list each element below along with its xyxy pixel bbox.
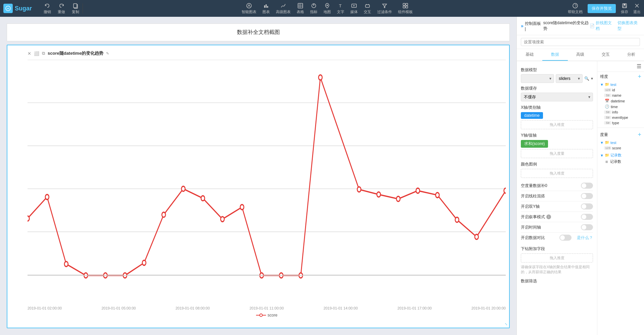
x-axis-chip[interactable]: datetime bbox=[521, 112, 543, 119]
dim-item-datetime[interactable]: 📅 datetime bbox=[604, 98, 641, 104]
measure-folder-test[interactable]: ▼ 📁 test bbox=[600, 140, 641, 145]
measure-item-score[interactable]: 123 score bbox=[604, 145, 641, 151]
dim-items: 123 id Str name 📅 datetime 🕐 bbox=[600, 87, 641, 126]
color-legend-label: 颜色图例 bbox=[521, 161, 593, 167]
app-logo: Sugar bbox=[3, 4, 37, 13]
line-chart-doc-link[interactable]: 📄 折线图文档 bbox=[590, 20, 614, 32]
toggle-story: 开启叙事模式 i bbox=[521, 212, 593, 222]
data-compare-switch[interactable] bbox=[559, 235, 572, 241]
x-axis-drop-zone[interactable]: 拖入维度 bbox=[521, 120, 593, 129]
svg-rect-7 bbox=[298, 3, 303, 8]
data-cache-select[interactable]: 不缓存 bbox=[521, 93, 593, 101]
tool-map-label: 地图 bbox=[324, 9, 331, 14]
tab-data[interactable]: 数据 bbox=[542, 49, 568, 61]
dim-item-name[interactable]: Str name bbox=[604, 93, 641, 98]
measure-item-records[interactable]: ⊞ 记录数 bbox=[604, 158, 641, 165]
measure-folder-records-icon: 📁 bbox=[605, 153, 609, 157]
tab-interact[interactable]: 交互 bbox=[593, 49, 618, 61]
data-model-label: 数据模型 bbox=[521, 67, 593, 73]
tool-text-label: 文字 bbox=[337, 9, 344, 14]
exit-button[interactable]: 退出 bbox=[633, 3, 641, 14]
data-compare-link[interactable]: 是什么？ bbox=[577, 235, 593, 241]
color-legend-section: 颜色图例 拖入维度 bbox=[521, 161, 593, 178]
toggle-story-switch[interactable] bbox=[581, 214, 593, 220]
chart-resize-handle[interactable]: ⤡ bbox=[505, 322, 507, 326]
dim-header: 维度 + bbox=[597, 72, 644, 82]
tab-advanced[interactable]: 高级 bbox=[568, 49, 593, 61]
redo-button[interactable]: 重做 bbox=[58, 3, 65, 14]
tab-analysis[interactable]: 分析 bbox=[618, 49, 644, 61]
copy-button[interactable]: 复制 bbox=[72, 3, 79, 14]
chart-dot bbox=[475, 234, 479, 239]
chart-close-icon[interactable]: ✕ bbox=[28, 51, 31, 56]
tool-interact[interactable]: 交互 bbox=[364, 3, 371, 14]
tool-smart-chart[interactable]: 智能图表 bbox=[242, 3, 256, 14]
chart-svg-wrap: 0 50 100 150 200 250 bbox=[28, 60, 506, 300]
toggle-fill-null-switch[interactable] bbox=[581, 183, 593, 189]
undo-button[interactable]: 撤销 bbox=[44, 3, 51, 14]
toggle-time-axis-switch[interactable] bbox=[581, 224, 593, 230]
y-axis-chip[interactable]: 求和(score) bbox=[521, 140, 548, 148]
toggle-time-axis: 开启时间轴 bbox=[521, 222, 593, 233]
tool-chart[interactable]: 图表 bbox=[262, 3, 270, 14]
dim-item-time-label: time bbox=[611, 105, 618, 109]
color-legend-drop-zone[interactable]: 拖入维度 bbox=[521, 169, 593, 178]
dim-add-btn[interactable]: + bbox=[638, 73, 641, 80]
tool-advanced-chart[interactable]: 高级图表 bbox=[276, 3, 291, 14]
exit-label: 退出 bbox=[633, 9, 641, 14]
measure-add-btn[interactable]: + bbox=[638, 131, 641, 138]
toggle-mixed-switch[interactable] bbox=[581, 193, 593, 199]
data-model-right-select-wrap: sliders bbox=[556, 74, 583, 83]
measure-item-records-label: 记录数 bbox=[610, 159, 621, 164]
toolbar-divider-1 bbox=[83, 3, 83, 13]
help-doc-button[interactable]: ? 帮助文档 bbox=[568, 3, 583, 14]
dim-item-type[interactable]: Str type bbox=[604, 120, 641, 126]
story-info-icon[interactable]: i bbox=[546, 214, 551, 219]
chart-copy-icon[interactable]: ⧉ bbox=[42, 51, 45, 56]
measure-header: 度量 + bbox=[597, 130, 644, 140]
toggle-mixed-label: 开启线柱混搭 bbox=[521, 193, 545, 199]
y-axis-drop-zone[interactable]: 拖入度量 bbox=[521, 149, 593, 158]
canvas-area: 数据补全文档截图 ✕ ⬜ ⧉ score随datetime的变化趋势 ✎ bbox=[0, 17, 516, 335]
expand-icon[interactable]: ▾ bbox=[591, 76, 593, 81]
svg-rect-20 bbox=[406, 3, 408, 5]
tool-component-template[interactable]: 组件模板 bbox=[398, 3, 413, 14]
measure-folder-arrow: ▼ bbox=[600, 141, 604, 145]
measure-folder-label: test bbox=[610, 141, 616, 145]
chart-dot bbox=[142, 260, 146, 265]
breadcrumb-prefix: 控制面板 | bbox=[525, 21, 542, 31]
settings-search-input[interactable] bbox=[521, 38, 640, 46]
drill-section: 下钻附加字段 拖入推度 请确保该字段在X轴的聚合结果中值是相同的，从而获得正确的… bbox=[521, 246, 593, 275]
save-preview-button[interactable]: 保存并预览 bbox=[588, 4, 616, 13]
dim-menu-btn[interactable]: ☰ bbox=[597, 61, 644, 72]
x-axis-label: X轴/类别轴 bbox=[521, 105, 593, 110]
tool-filter[interactable]: 过滤条件 bbox=[377, 3, 392, 14]
chart-dot bbox=[357, 187, 361, 192]
tool-indicator[interactable]: 指标 bbox=[310, 3, 317, 14]
drill-drop-zone[interactable]: 拖入推度 bbox=[521, 253, 593, 262]
dim-tree: ▼ 📁 test 123 id Str name bbox=[597, 82, 644, 126]
save-button[interactable]: 保存 bbox=[621, 3, 628, 14]
dim-item-info[interactable]: Str info bbox=[604, 109, 641, 115]
search-icon[interactable]: 🔍 bbox=[584, 76, 589, 81]
dim-folder-test[interactable]: ▼ 📁 test bbox=[600, 82, 641, 87]
data-model-right-select[interactable]: sliders bbox=[556, 74, 583, 83]
dim-item-id[interactable]: 123 id bbox=[604, 87, 641, 93]
tool-table[interactable]: 表格 bbox=[297, 3, 304, 14]
tool-map[interactable]: 地图 bbox=[324, 3, 331, 14]
dim-item-time[interactable]: 🕐 time bbox=[604, 104, 641, 109]
toggle-dual-y-switch[interactable] bbox=[581, 203, 593, 209]
panel-main-body: 数据模型 sliders 🔍 ▾ 数 bbox=[517, 61, 597, 335]
chart-edit-icon[interactable]: ✎ bbox=[106, 51, 109, 56]
measure-folder-records[interactable]: ▼ 📁 记录数 bbox=[600, 152, 641, 158]
chart-resize-icon[interactable]: ⬜ bbox=[34, 51, 39, 56]
panel-collapse-btn[interactable]: » 控制面板 | score随datetime的变化趋势 bbox=[521, 20, 590, 32]
chart-dot bbox=[416, 188, 420, 193]
data-model-select[interactable] bbox=[521, 74, 554, 83]
tab-basic[interactable]: 基础 bbox=[517, 49, 542, 61]
tool-media[interactable]: 媒体 bbox=[350, 3, 358, 14]
switch-chart-type-link[interactable]: 切换图表类型 bbox=[617, 20, 640, 32]
chart-dot bbox=[220, 217, 224, 222]
tool-text[interactable]: T 文字 bbox=[337, 3, 344, 14]
dim-item-eventtype[interactable]: Str eventtype bbox=[604, 115, 641, 120]
